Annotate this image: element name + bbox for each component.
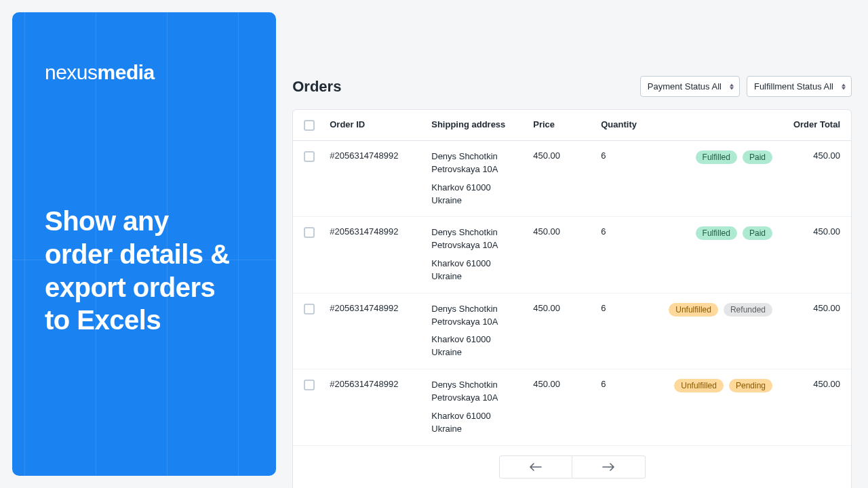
- payment-badge: Refunded: [724, 303, 772, 317]
- brand-bold: media: [98, 61, 155, 83]
- orders-table: Order ID Shipping address Price Quantity…: [292, 109, 852, 488]
- row-checkbox[interactable]: [304, 151, 315, 162]
- cell-quantity: 6: [601, 226, 669, 237]
- cell-status: Fulfilled Paid: [669, 150, 786, 164]
- col-order-id: Order ID: [330, 119, 431, 129]
- cell-order-id: #2056314748992: [330, 150, 431, 161]
- table-row: #2056314748992 Denys Shchotkin Petrovska…: [293, 141, 851, 217]
- cell-quantity: 6: [601, 303, 669, 313]
- cell-total: 450.00: [786, 226, 840, 237]
- cell-total: 450.00: [786, 303, 840, 313]
- cell-price: 450.00: [533, 303, 601, 313]
- arrow-right-icon: [602, 463, 614, 471]
- col-total: Order Total: [786, 119, 840, 129]
- cell-total: 450.00: [786, 379, 840, 389]
- promo-panel: nexusmedia Show anyorder details &export…: [12, 12, 276, 476]
- col-quantity: Quantity: [601, 119, 669, 129]
- brand-logo: nexusmedia: [45, 61, 243, 84]
- cell-quantity: 6: [601, 379, 669, 389]
- arrow-left-icon: [530, 463, 542, 471]
- cell-price: 450.00: [533, 379, 601, 389]
- table-row: #2056314748992 Denys Shchotkin Petrovska…: [293, 293, 851, 369]
- row-checkbox[interactable]: [304, 380, 315, 390]
- fulfillment-badge: Fulfilled: [696, 150, 737, 164]
- payment-badge: Pending: [729, 379, 772, 392]
- cell-price: 450.00: [533, 150, 601, 161]
- pagination: [293, 446, 851, 489]
- payment-status-select[interactable]: Payment Status All: [640, 76, 740, 97]
- payment-badge: Paid: [743, 150, 772, 164]
- prev-page-button[interactable]: [499, 455, 572, 479]
- cell-order-id: #2056314748992: [330, 226, 431, 237]
- main-content: Orders Payment Status All Fulfillment St…: [276, 0, 868, 488]
- cell-shipping: Denys Shchotkin Petrovskaya 10A Kharkov …: [431, 303, 533, 359]
- payment-status-label: Payment Status All: [648, 81, 722, 92]
- table-row: #2056314748992 Denys Shchotkin Petrovska…: [293, 369, 851, 445]
- cell-order-id: #2056314748992: [330, 303, 431, 313]
- fulfillment-status-label: Fulfillment Status All: [754, 81, 833, 92]
- brand-light: nexus: [45, 61, 98, 83]
- cell-quantity: 6: [601, 150, 669, 161]
- row-checkbox[interactable]: [304, 227, 315, 238]
- cell-shipping: Denys Shchotkin Petrovskaya 10A Kharkov …: [431, 226, 533, 283]
- cell-price: 450.00: [533, 226, 601, 237]
- cell-shipping: Denys Shchotkin Petrovskaya 10A Kharkov …: [431, 150, 533, 207]
- fulfillment-badge: Unfulfilled: [674, 379, 724, 392]
- col-price: Price: [533, 119, 601, 129]
- promo-headline: Show anyorder details &export ordersto E…: [45, 205, 243, 337]
- page-title: Orders: [292, 78, 341, 96]
- cell-status: Unfulfilled Refunded: [669, 303, 786, 317]
- select-chevrons-icon: [842, 83, 846, 89]
- cell-total: 450.00: [786, 150, 840, 161]
- next-page-button[interactable]: [572, 455, 646, 479]
- cell-status: Fulfilled Paid: [669, 226, 786, 240]
- select-chevrons-icon: [730, 83, 734, 89]
- select-all-checkbox[interactable]: [304, 120, 315, 131]
- fulfillment-status-select[interactable]: Fulfillment Status All: [747, 76, 852, 97]
- row-checkbox[interactable]: [304, 304, 315, 314]
- fulfillment-badge: Unfulfilled: [669, 303, 718, 317]
- cell-order-id: #2056314748992: [330, 379, 431, 389]
- table-row: #2056314748992 Denys Shchotkin Petrovska…: [293, 217, 851, 293]
- payment-badge: Paid: [743, 226, 772, 240]
- fulfillment-badge: Fulfilled: [696, 226, 737, 240]
- cell-shipping: Denys Shchotkin Petrovskaya 10A Kharkov …: [431, 379, 533, 435]
- cell-status: Unfulfilled Pending: [669, 379, 786, 392]
- col-shipping: Shipping address: [431, 119, 533, 129]
